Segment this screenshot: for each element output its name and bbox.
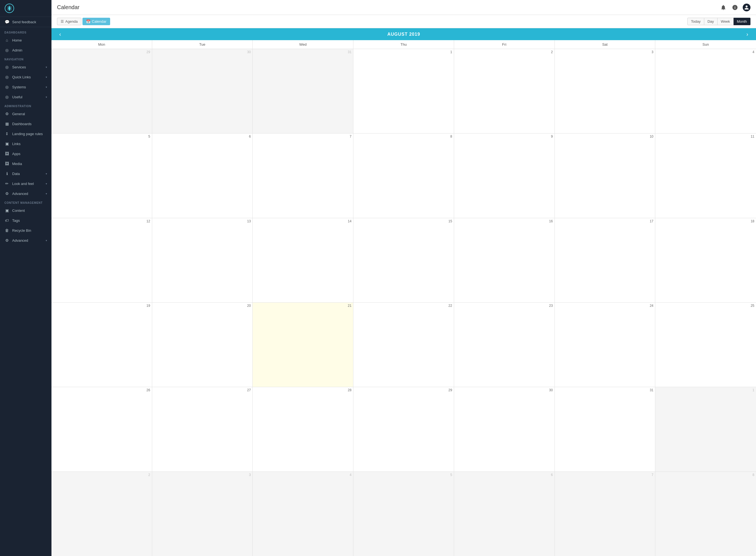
sidebar-item-content[interactable]: ▣ Content xyxy=(0,205,51,215)
day-cell[interactable]: 21 xyxy=(253,303,353,387)
sidebar-item-admin[interactable]: ◎ Admin xyxy=(0,45,51,55)
sidebar-item-media[interactable]: 🖼 Media xyxy=(0,159,51,169)
day-cell[interactable]: 19 xyxy=(51,303,152,387)
today-button[interactable]: Today xyxy=(687,18,704,25)
day-cell[interactable]: 8 xyxy=(353,134,454,218)
day-number: 30 xyxy=(456,388,553,393)
prev-month-button[interactable]: ‹ xyxy=(57,31,63,37)
sidebar-item-look-feel[interactable]: ✏ Look and feel ▾ xyxy=(0,179,51,188)
day-cell[interactable]: 13 xyxy=(152,218,253,302)
day-cell[interactable]: 2 xyxy=(454,49,555,133)
day-cell[interactable]: 23 xyxy=(454,303,555,387)
day-cell[interactable]: 31 xyxy=(253,49,353,133)
day-cell[interactable]: 10 xyxy=(555,134,655,218)
day-cell[interactable]: 5 xyxy=(353,472,454,556)
sidebar-item-useful[interactable]: ◎ Useful ▾ xyxy=(0,92,51,102)
month-button[interactable]: Month xyxy=(733,18,751,25)
day-number: 2 xyxy=(53,473,150,477)
cal-icon: 📅 xyxy=(86,20,90,24)
day-cell[interactable]: 3 xyxy=(555,49,655,133)
sidebar-item-dashboards[interactable]: ▦ Dashboards xyxy=(0,119,51,129)
day-cell[interactable]: 22 xyxy=(353,303,454,387)
week-row: 2345678 xyxy=(51,472,756,556)
next-month-button[interactable]: › xyxy=(744,31,751,37)
section-administration: ADMINISTRATION xyxy=(0,102,51,109)
admin-icon: ◎ xyxy=(4,48,9,53)
day-number: 31 xyxy=(254,50,351,55)
day-cell[interactable]: 15 xyxy=(353,218,454,302)
send-feedback-item[interactable]: 💬 Send feedback xyxy=(0,17,51,27)
day-cell[interactable]: 12 xyxy=(51,218,152,302)
calendar-button[interactable]: 📅 Calendar xyxy=(82,18,110,25)
day-cell[interactable]: 16 xyxy=(454,218,555,302)
day-cell[interactable]: 14 xyxy=(253,218,353,302)
day-cell[interactable]: 6 xyxy=(454,472,555,556)
sidebar-item-recycle-bin[interactable]: 🗑 Recycle Bin xyxy=(0,225,51,235)
day-cell[interactable]: 7 xyxy=(555,472,655,556)
agenda-icon: ☰ xyxy=(61,20,64,24)
day-number: 12 xyxy=(53,219,150,224)
advanced2-label: Advanced xyxy=(12,238,46,243)
sidebar-item-advanced[interactable]: ⚙ Advanced ▾ xyxy=(0,188,51,199)
day-cell[interactable]: 29 xyxy=(51,49,152,133)
day-headers: MonTueWedThuFriSatSun xyxy=(51,40,756,49)
week-button[interactable]: Week xyxy=(718,18,733,25)
agenda-label: Agenda xyxy=(65,20,78,24)
day-cell[interactable]: 20 xyxy=(152,303,253,387)
sidebar-item-tags[interactable]: 🏷 Tags xyxy=(0,215,51,225)
calendar-label: Calendar xyxy=(92,20,107,24)
sidebar-item-data[interactable]: ℹ Data ▾ xyxy=(0,169,51,179)
sidebar-item-landing-page-rules[interactable]: ⇕ Landing page rules xyxy=(0,129,51,139)
day-number: 29 xyxy=(355,388,452,393)
day-cell[interactable]: 9 xyxy=(454,134,555,218)
day-cell[interactable]: 29 xyxy=(353,387,454,471)
day-cell[interactable]: 5 xyxy=(51,134,152,218)
day-button[interactable]: Day xyxy=(704,18,718,25)
info-button[interactable] xyxy=(731,4,739,11)
advanced-label: Advanced xyxy=(12,192,46,196)
day-cell[interactable]: 27 xyxy=(152,387,253,471)
day-cell[interactable]: 28 xyxy=(253,387,353,471)
day-cell[interactable]: 7 xyxy=(253,134,353,218)
day-cell[interactable]: 18 xyxy=(655,218,756,302)
sidebar-item-general[interactable]: ⚙ General xyxy=(0,109,51,119)
data-icon: ℹ xyxy=(4,171,9,176)
day-header: Sun xyxy=(655,40,756,49)
sidebar-item-quicklinks[interactable]: ◎ Quick Links ▾ xyxy=(0,72,51,82)
day-cell[interactable]: 24 xyxy=(555,303,655,387)
day-number: 15 xyxy=(355,219,452,224)
day-cell[interactable]: 8 xyxy=(655,472,756,556)
day-cell[interactable]: 1 xyxy=(655,387,756,471)
day-cell[interactable]: 17 xyxy=(555,218,655,302)
user-button[interactable] xyxy=(743,4,751,11)
day-cell[interactable]: 2 xyxy=(51,472,152,556)
agenda-button[interactable]: ☰ Agenda xyxy=(57,18,81,25)
sidebar-item-services[interactable]: ◎ Services ▾ xyxy=(0,62,51,72)
day-cell[interactable]: 11 xyxy=(655,134,756,218)
day-number: 3 xyxy=(154,473,251,477)
day-cell[interactable]: 6 xyxy=(152,134,253,218)
week-row: 2627282930311 xyxy=(51,387,756,472)
notification-button[interactable] xyxy=(719,4,727,11)
day-cell[interactable]: 30 xyxy=(454,387,555,471)
day-number: 19 xyxy=(53,304,150,308)
day-cell[interactable]: 31 xyxy=(555,387,655,471)
day-cell[interactable]: 26 xyxy=(51,387,152,471)
day-cell[interactable]: 4 xyxy=(253,472,353,556)
day-cell[interactable]: 30 xyxy=(152,49,253,133)
sidebar-item-advanced2[interactable]: ⚙ Advanced ▾ xyxy=(0,235,51,245)
sidebar-item-systems[interactable]: ◎ Systems ▾ xyxy=(0,82,51,92)
day-cell[interactable]: 25 xyxy=(655,303,756,387)
day-number: 22 xyxy=(355,304,452,308)
day-cell[interactable]: 3 xyxy=(152,472,253,556)
sidebar-item-links[interactable]: ▣ Links xyxy=(0,139,51,149)
day-number: 25 xyxy=(657,304,754,308)
services-icon: ◎ xyxy=(4,65,9,69)
day-number: 6 xyxy=(456,473,553,477)
day-header: Thu xyxy=(353,40,454,49)
day-cell[interactable]: 1 xyxy=(353,49,454,133)
sidebar-item-apps[interactable]: 🖼 Apps xyxy=(0,149,51,159)
day-cell[interactable]: 4 xyxy=(655,49,756,133)
sidebar-item-home[interactable]: ⌂ Home xyxy=(0,35,51,45)
useful-chevron: ▾ xyxy=(46,96,47,99)
